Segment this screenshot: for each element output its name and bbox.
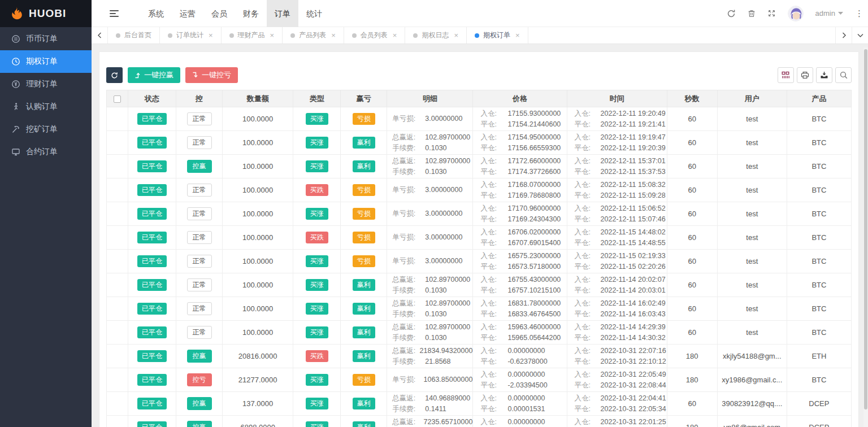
close-icon[interactable]: ×	[209, 31, 213, 40]
result-badge: 亏损	[353, 255, 375, 267]
detail-cell: 单亏损:3.00000000	[387, 178, 473, 202]
sidebar-item-option-orders[interactable]: 期权订单	[0, 50, 92, 73]
table-row: 已平仓控赢6898.0000买涨赢利总赢返:7235.65710000手续费:7…	[107, 416, 852, 427]
tab-option-orders[interactable]: 期权订单×	[467, 27, 528, 43]
row-select-cell	[107, 131, 128, 155]
result-badge: 赢利	[353, 160, 375, 172]
scrollbar-thumb[interactable]	[864, 49, 867, 409]
control-button[interactable]: 正常	[187, 302, 212, 315]
close-icon[interactable]: ×	[515, 31, 520, 40]
tabs-scroll-left-icon[interactable]	[92, 27, 108, 43]
user-menu[interactable]: admin	[815, 9, 843, 18]
control-button[interactable]: 控亏	[187, 373, 212, 386]
product-cell: BTC	[787, 321, 851, 345]
time-cell: 入仓:2022-11-15 02:19:33平仓:2022-11-15 02:2…	[567, 250, 667, 273]
price-cell: 入仓:16831.78000000平仓:16833.46764500	[473, 297, 567, 321]
time-cell: 入仓:2022-12-11 19:20:49平仓:2022-12-11 19:2…	[567, 107, 667, 131]
tab-product-list[interactable]: 产品列表×	[283, 27, 344, 43]
dots-vertical-icon[interactable]: ⋮	[855, 9, 863, 18]
columns-icon[interactable]	[778, 67, 794, 83]
type-badge: 买涨	[306, 208, 328, 220]
sidebar-item-contract-orders[interactable]: 合约订单	[0, 141, 92, 163]
amount-cell: 100.0000	[223, 273, 293, 297]
sidebar-toggle-icon[interactable]	[92, 0, 128, 27]
col-detail: 明细	[387, 90, 473, 107]
price-cell: 入仓:0.00000000平仓:-0.62378000	[473, 345, 567, 368]
nav-item-system[interactable]: 系统	[140, 0, 172, 27]
tab-order-stats[interactable]: 订单统计×	[160, 27, 222, 43]
product-cell: BTC	[787, 155, 851, 178]
control-button[interactable]: 控赢	[187, 397, 212, 410]
control-button[interactable]: 正常	[187, 255, 212, 268]
result-badge: 赢利	[353, 350, 375, 362]
control-button[interactable]: 正常	[187, 231, 212, 244]
tab-home[interactable]: 后台首页	[108, 27, 160, 43]
time-cell: 入仓:2022-11-14 14:29:39平仓:2022-11-14 14:3…	[567, 321, 667, 345]
control-button[interactable]: 控赢	[187, 350, 212, 363]
detail-cell: 总赢返:102.89700000手续费:0.1030	[387, 273, 473, 297]
refresh-icon[interactable]	[727, 9, 736, 18]
row-select-cell	[107, 107, 128, 131]
row-select-cell	[107, 368, 128, 392]
type-badge: 买涨	[306, 421, 328, 427]
table-row: 已平仓控赢20816.0000买跌赢利总赢返:21834.94320000手续费…	[107, 345, 852, 368]
close-icon[interactable]: ×	[454, 31, 458, 40]
detail-cell: 总赢返:102.89700000手续费:0.1030	[387, 131, 473, 155]
select-all-checkbox[interactable]	[114, 95, 121, 103]
person-icon	[11, 102, 20, 112]
nav-item-stats[interactable]: 统计	[298, 0, 330, 27]
sidebar-item-coin-orders[interactable]: 币币订单	[0, 28, 92, 50]
tabs-scroll-right-icon[interactable]	[835, 27, 852, 43]
status-badge: 已平仓	[137, 208, 167, 220]
trash-icon[interactable]	[748, 9, 756, 18]
print-icon[interactable]	[797, 67, 813, 83]
detail-cell: 单亏损:3.00000000	[387, 250, 473, 273]
close-icon[interactable]: ×	[270, 31, 275, 40]
avatar[interactable]	[788, 6, 804, 21]
product-cell: BTC	[787, 297, 851, 321]
product-cell: DCEP	[787, 392, 851, 416]
status-badge: 已平仓	[137, 255, 167, 267]
refresh-table-button[interactable]	[106, 67, 123, 83]
control-button[interactable]: 正常	[187, 112, 212, 125]
tab-wealth-products[interactable]: 理财产品×	[222, 27, 283, 43]
sidebar-item-mining-orders[interactable]: 挖矿订单	[0, 118, 92, 141]
search-icon[interactable]	[835, 67, 852, 83]
nav-item-order[interactable]: 订单	[267, 0, 298, 27]
status-badge: 已平仓	[137, 232, 167, 243]
amount-cell: 100.0000	[223, 107, 293, 131]
brand-logo[interactable]: HUOBI	[0, 0, 92, 27]
export-icon[interactable]	[816, 67, 832, 83]
sidebar: HUOBI 币币订单 期权订单 理财订单 认购订单 挖矿订单	[0, 0, 92, 427]
control-button[interactable]: 正常	[187, 278, 212, 291]
close-icon[interactable]: ×	[331, 31, 336, 40]
nav-item-operation[interactable]: 运营	[172, 0, 203, 27]
nav-item-member[interactable]: 会员	[203, 0, 235, 27]
tab-member-list[interactable]: 会员列表×	[344, 27, 406, 43]
control-button[interactable]: 控赢	[187, 421, 212, 427]
status-badge: 已平仓	[137, 160, 167, 172]
seconds-cell: 60	[667, 297, 717, 321]
close-icon[interactable]: ×	[393, 31, 397, 40]
control-button[interactable]: 正常	[187, 207, 212, 220]
sidebar-item-wealth-orders[interactable]: 理财订单	[0, 73, 92, 95]
seconds-cell: 60	[667, 392, 717, 416]
tab-option-logs[interactable]: 期权日志×	[405, 27, 467, 43]
product-cell: DCEP	[787, 416, 851, 427]
force-win-all-button[interactable]: 一键控赢	[128, 67, 180, 83]
force-lose-all-button[interactable]: 一键控亏	[185, 67, 238, 83]
expand-icon[interactable]	[767, 9, 776, 18]
control-button[interactable]: 正常	[187, 326, 212, 339]
sidebar-item-subscribe-orders[interactable]: 认购订单	[0, 95, 92, 118]
user-cell: test	[717, 321, 787, 345]
col-type: 类型	[293, 90, 341, 107]
table-toolbar: 一键控赢 一键控亏	[106, 67, 852, 83]
amount-cell: 100.0000	[223, 178, 293, 202]
nav-item-finance[interactable]: 财务	[235, 0, 267, 27]
control-button[interactable]: 正常	[187, 184, 212, 197]
table-row: 已平仓正常100.0000买涨赢利总赢返:102.89700000手续费:0.1…	[107, 273, 852, 297]
tabs-menu-chevron-down-icon[interactable]	[852, 27, 868, 43]
level-up-icon	[134, 72, 141, 79]
control-button[interactable]: 正常	[187, 136, 212, 149]
control-button[interactable]: 控赢	[187, 160, 212, 173]
